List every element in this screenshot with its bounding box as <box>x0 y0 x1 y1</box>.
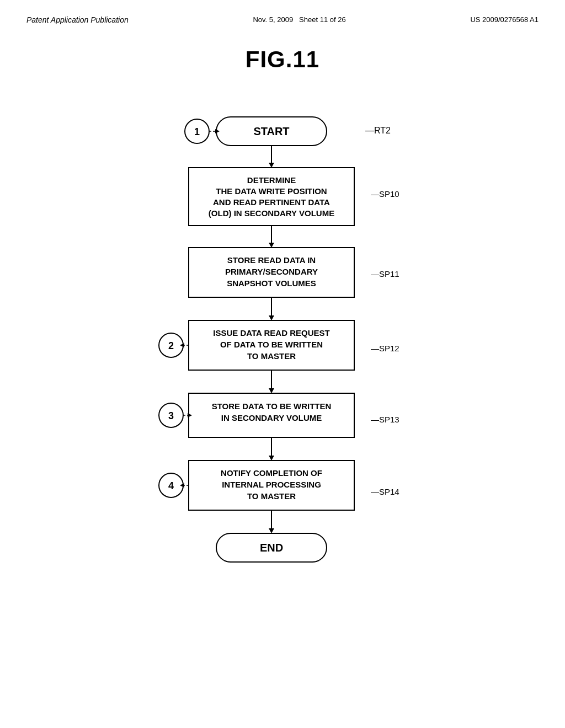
sheet-label: Sheet 11 of 26 <box>299 15 346 24</box>
sp10-text3: AND READ PERTINENT DATA <box>213 197 330 207</box>
rt2-label: —RT2 <box>365 126 391 135</box>
sp14-text1: NOTIFY COMPLETION OF <box>221 468 322 478</box>
circle1-label: 1 <box>194 126 200 137</box>
sp12-text2: OF DATA TO BE WRITTEN <box>220 340 323 349</box>
sp11-text1: STORE READ DATA IN <box>227 255 316 265</box>
end-label: END <box>260 542 283 554</box>
publication-label: Patent Application Publication <box>26 15 129 24</box>
date-label: Nov. 5, 2009 <box>253 15 293 24</box>
circle4-label: 4 <box>168 480 174 491</box>
sp13-text2: IN SECONDARY VOLUME <box>221 413 322 422</box>
page-header: Patent Application Publication Nov. 5, 2… <box>0 0 565 24</box>
circle2-label: 2 <box>168 340 174 351</box>
svg-marker-5 <box>269 163 274 168</box>
svg-marker-29 <box>269 528 274 533</box>
svg-marker-11 <box>269 315 274 320</box>
sp13-label: —SP13 <box>371 415 399 424</box>
sp10-text1: DETERMINE <box>247 175 296 185</box>
sp12-text1: ISSUE DATA READ REQUEST <box>213 328 329 338</box>
figure-title: FIG.11 <box>0 46 565 73</box>
sp10-text2: THE DATA WRITE POSITION <box>216 186 327 196</box>
header-center: Nov. 5, 2009 Sheet 11 of 26 <box>253 15 345 24</box>
circle3-label: 3 <box>168 410 174 421</box>
sp12-label: —SP12 <box>371 344 399 353</box>
patent-number: US 2009/0276568 A1 <box>470 15 539 24</box>
sp13-text1: STORE DATA TO BE WRITTEN <box>212 402 332 411</box>
svg-marker-23 <box>269 456 274 461</box>
sp14-label: —SP14 <box>371 487 399 496</box>
svg-marker-8 <box>269 243 274 248</box>
sp11-label: —SP11 <box>371 269 399 279</box>
flowchart: —RT2 START 1 —SP10 DETERMINE THE DATA WR… <box>0 89 565 668</box>
sp11-text3: SNAPSHOT VOLUMES <box>227 279 316 288</box>
start-label: START <box>253 125 289 137</box>
svg-marker-17 <box>269 388 274 393</box>
sp11-text2: PRIMARY/SECONDARY <box>225 267 318 276</box>
sp10-text4: (OLD) IN SECONDARY VOLUME <box>209 208 334 218</box>
sp14-text2: INTERNAL PROCESSING <box>222 480 321 489</box>
sp14-text3: TO MASTER <box>247 491 296 501</box>
sp12-text3: TO MASTER <box>247 351 296 361</box>
sp10-label: —SP10 <box>371 189 399 199</box>
